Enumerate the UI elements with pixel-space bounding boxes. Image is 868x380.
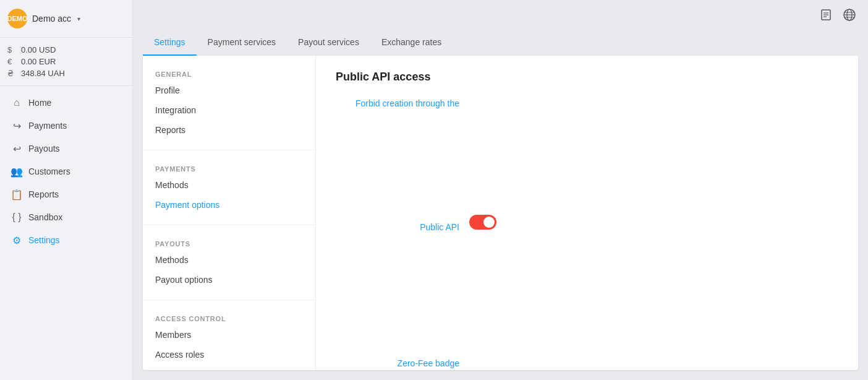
brand-name: Demo acc	[32, 14, 71, 24]
nav-label-settings: Settings	[28, 235, 60, 245]
eur-value: 0.00 EUR	[21, 57, 56, 66]
nav-item-payouts[interactable]: ↩ Payouts	[2, 137, 130, 160]
nav-section-payments: PAYMENTS Methods Payment options	[143, 160, 315, 215]
nav-item-sandbox[interactable]: { } Sandbox	[2, 206, 130, 228]
balance-usd: $ 0.00 USD	[7, 44, 125, 56]
tab-settings[interactable]: Settings	[143, 30, 197, 56]
forbid-creation-label-line2: Public API	[420, 222, 459, 346]
main-nav: ⌂ Home ↪ Payments ↩ Payouts 👥 Customers …	[0, 86, 132, 380]
forbid-creation-toggle[interactable]	[469, 215, 496, 230]
nav-item-payments[interactable]: ↪ Payments	[2, 114, 130, 137]
usd-symbol: $	[7, 45, 16, 54]
sidebar: DEMO Demo acc ▾ $ 0.00 USD € 0.00 EUR ₴ …	[0, 0, 133, 380]
nav-item-settings[interactable]: ⚙ Settings	[2, 229, 130, 251]
balance-uah: ₴ 348.84 UAH	[7, 67, 125, 79]
settings-nav-payout-methods[interactable]: Methods	[143, 250, 315, 270]
forbid-creation-row: Forbid creation through the Public API	[336, 98, 838, 346]
reports-icon: 📋	[11, 189, 22, 200]
payouts-icon: ↩	[11, 143, 22, 154]
balances-section: $ 0.00 USD € 0.00 EUR ₴ 348.84 UAH	[0, 38, 132, 86]
public-api-section: Public API access Forbid creation throug…	[336, 71, 838, 370]
top-bar	[133, 0, 868, 30]
customers-icon: 👥	[11, 166, 22, 177]
brand-logo: DEMO	[7, 9, 27, 28]
settings-nav-reports[interactable]: Reports	[143, 120, 315, 140]
settings-nav-methods[interactable]: Methods	[143, 175, 315, 195]
nav-label-payments: Payments	[28, 121, 67, 131]
doc-icon[interactable]	[817, 6, 835, 24]
settings-icon: ⚙	[11, 235, 22, 246]
settings-left-nav: GENERAL Profile Integration Reports PAYM…	[143, 56, 316, 370]
forbid-toggle-slider	[469, 215, 496, 230]
forbid-creation-label-container: Forbid creation through the Public API	[336, 98, 459, 346]
tab-payment-services[interactable]: Payment services	[197, 30, 287, 56]
settings-container: GENERAL Profile Integration Reports PAYM…	[143, 56, 858, 370]
nav-section-access: ACCESS CONTROL Members Access roles	[143, 310, 315, 365]
nav-label-home: Home	[28, 98, 51, 108]
nav-label-reports: Reports	[28, 189, 59, 199]
settings-nav-access-roles[interactable]: Access roles	[143, 345, 315, 365]
nav-item-home[interactable]: ⌂ Home	[2, 92, 130, 114]
zero-fee-label-container: Zero-Fee badge	[336, 358, 459, 370]
nav-section-payouts-title: PAYOUTS	[143, 235, 315, 250]
nav-section-access-title: ACCESS CONTROL	[143, 310, 315, 325]
eur-symbol: €	[7, 57, 16, 66]
balance-eur: € 0.00 EUR	[7, 56, 125, 67]
nav-item-customers[interactable]: 👥 Customers	[2, 160, 130, 183]
nav-label-sandbox: Sandbox	[28, 212, 62, 222]
nav-label-payouts: Payouts	[28, 144, 60, 153]
settings-nav-integration[interactable]: Integration	[143, 100, 315, 120]
uah-value: 348.84 UAH	[21, 69, 65, 78]
zero-fee-row: Zero-Fee badge	[336, 358, 838, 370]
zero-fee-label: Zero-Fee badge	[398, 358, 459, 370]
settings-nav-profile[interactable]: Profile	[143, 80, 315, 100]
forbid-creation-label-line1: Forbid creation through the	[355, 98, 459, 222]
settings-nav-members[interactable]: Members	[143, 325, 315, 345]
settings-nav-payout-options[interactable]: Payout options	[143, 270, 315, 290]
main-content: Settings Payment services Payout service…	[133, 0, 868, 380]
brand-logo-text: DEMO	[7, 15, 28, 22]
tab-exchange-rates[interactable]: Exchange rates	[370, 30, 453, 56]
tab-payout-services[interactable]: Payout services	[287, 30, 370, 56]
nav-section-general-title: GENERAL	[143, 66, 315, 80]
home-icon: ⌂	[11, 97, 22, 108]
settings-nav-payment-options[interactable]: Payment options	[143, 195, 315, 215]
nav-section-payouts: PAYOUTS Methods Payout options	[143, 235, 315, 290]
nav-item-reports[interactable]: 📋 Reports	[2, 183, 130, 205]
chevron-down-icon: ▾	[77, 15, 80, 22]
uah-symbol: ₴	[7, 69, 16, 78]
payments-icon: ↪	[11, 120, 22, 131]
nav-label-customers: Customers	[28, 166, 70, 176]
nav-section-general: GENERAL Profile Integration Reports	[143, 66, 315, 140]
content-area: Settings Payment services Payout service…	[133, 30, 868, 380]
sandbox-icon: { }	[11, 212, 22, 223]
settings-tabs: Settings Payment services Payout service…	[143, 30, 858, 56]
globe-icon[interactable]	[841, 6, 858, 24]
sidebar-header[interactable]: DEMO Demo acc ▾	[0, 0, 132, 38]
usd-value: 0.00 USD	[21, 45, 56, 54]
nav-section-payments-title: PAYMENTS	[143, 160, 315, 175]
public-api-title: Public API access	[336, 71, 838, 84]
settings-right-content: Public API access Forbid creation throug…	[316, 56, 858, 370]
